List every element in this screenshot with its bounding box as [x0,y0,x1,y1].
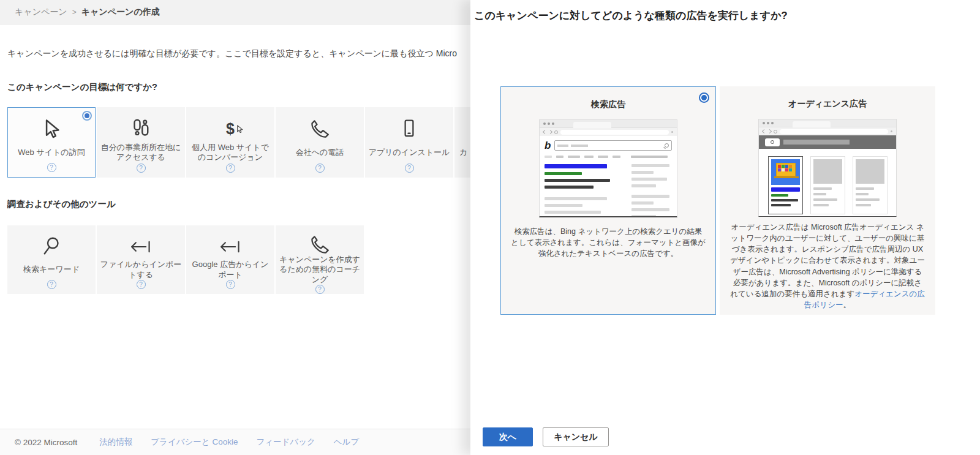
ad-type-card-search-ads[interactable]: 検索広告 b [500,86,716,315]
card-title: 検索広告 [511,99,706,110]
goal-tile-app-installs[interactable]: アプリのインストール ? [365,107,453,178]
cancel-button[interactable]: キャンセル [543,427,609,446]
intro-text: キャンペーンを成功させるには明確な目標が必要です。ここで目標を設定すると、キャン… [7,48,457,59]
flyout-actions: 次へ キャンセル [483,427,609,446]
audience-ads-illustration [758,119,897,217]
card-description: オーディエンス広告は Microsoft 広告オーディエンス ネットワーク内のユ… [730,223,925,298]
search-ads-illustration: b [539,119,677,217]
footer-link-help[interactable]: ヘルプ [334,437,359,448]
ad-card-placeholder [853,156,888,214]
search-box-illustration [554,140,672,151]
goal-tile-label: アプリのインストール [369,148,450,157]
mobile-icon [399,116,420,141]
tool-tile-label: 検索キーワード [23,265,80,274]
help-icon[interactable]: ? [137,164,146,173]
card-description: 検索広告は、Bing ネットワーク上の検索クエリの結果として表示されます。これら… [511,226,706,259]
help-icon[interactable]: ? [226,164,235,173]
ad-type-card-audience-ads[interactable]: オーディエンス広告 [720,86,935,315]
footsteps-icon [130,116,152,141]
magnifier-icon [665,143,669,148]
breadcrumb-separator: > [72,8,77,17]
tool-tile-import-from-google-ads[interactable]: Google 広告からインポート ? [186,225,274,294]
card-description-period: 。 [843,301,851,309]
help-icon[interactable]: ? [47,280,56,289]
help-icon[interactable]: ? [137,280,146,289]
breadcrumb-campaigns-link[interactable]: キャンペーン [15,7,67,18]
import-icon [129,234,153,260]
help-icon[interactable]: ? [315,164,325,173]
cursor-icon [40,116,63,142]
ad-type-cards: 検索広告 b [500,86,939,315]
radio-selected-icon [82,111,92,121]
goal-tile-label: 個人用 Web サイトでのコンバージョン [189,143,272,163]
tool-tiles: 検索キーワード ? ファイルからインポートする ? Google 広告からインポ… [7,225,365,294]
ad-card-highlighted [768,156,803,214]
phone-icon [309,116,330,141]
next-button[interactable]: 次へ [483,427,533,446]
copyright-text: © 2022 Microsoft [15,438,77,447]
goal-tiles: Web サイトの訪問 ? 自分の事業所所在地にアクセスする ? 個人用 Web … [7,107,544,178]
ad-type-flyout: このキャンペーンに対してどのような種類の広告を実行しますか? 検索広告 b [470,0,980,455]
help-icon[interactable]: ? [47,163,56,172]
flyout-title: このキャンペーンに対してどのような種類の広告を実行しますか? [474,9,788,23]
goal-tile-label: 自分の事業所所在地にアクセスする [99,143,183,163]
goal-tile-label: 会社への電話 [296,148,344,157]
footer-link-feedback[interactable]: フィードバック [256,437,315,448]
bing-logo: b [545,140,551,151]
tool-tile-free-coaching[interactable]: キャンペーンを作成するための無料のコーチング ? [276,225,364,294]
goal-tile-visit-business-location[interactable]: 自分の事業所所在地にアクセスする ? [97,107,185,178]
phone-icon [309,234,330,255]
help-icon[interactable]: ? [405,164,414,173]
goal-tile-phone-calls[interactable]: 会社への電話 ? [276,107,364,178]
camera-icon [765,138,780,146]
tool-tile-import-from-file[interactable]: ファイルからインポートする ? [97,225,185,294]
tools-heading: 調査およびその他のツール [7,198,116,210]
search-icon [40,234,62,260]
goal-tile-website-visits[interactable]: Web サイトの訪問 ? [7,107,96,178]
tool-tile-search-keywords[interactable]: 検索キーワード ? [7,225,96,294]
goal-tile-website-conversions[interactable]: 個人用 Web サイトでのコンバージョン ? [186,107,274,178]
radio-selected-icon[interactable] [699,92,709,103]
ad-card-placeholder [810,156,845,214]
help-icon[interactable]: ? [315,285,325,294]
footer-link-legal[interactable]: 法的情報 [99,437,132,448]
footer-link-privacy-cookies[interactable]: プライバシーと Cookie [151,437,238,448]
breadcrumb-current: キャンペーンの作成 [81,7,160,18]
tool-tile-label: ファイルからインポートする [99,260,183,280]
tool-tile-label: Google 広告からインポート [189,260,272,280]
dollar-cursor-icon [226,116,235,141]
import-icon [219,234,242,260]
help-icon[interactable]: ? [226,280,235,289]
card-title: オーディエンス広告 [729,99,925,110]
goal-tile-label: Web サイトの訪問 [18,148,85,157]
tool-tile-label: キャンペーンを作成するための無料のコーチング [278,255,361,285]
goals-heading: このキャンペーンの目標は何ですか? [7,81,157,93]
